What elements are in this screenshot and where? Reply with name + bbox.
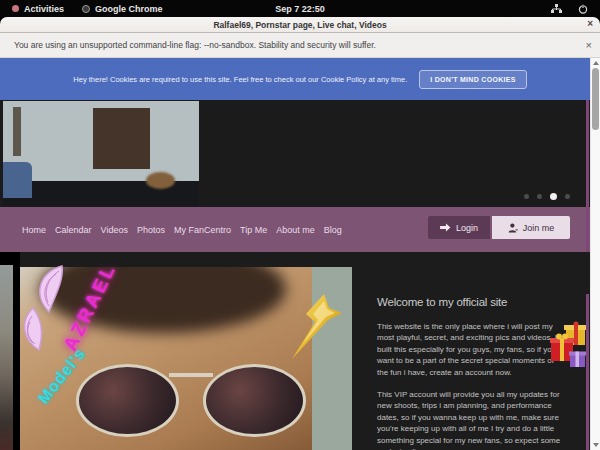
- scroll-up-icon[interactable]: [593, 61, 599, 65]
- carousel-dot-3[interactable]: [550, 193, 557, 200]
- content-right-border: [586, 294, 589, 450]
- sunglasses-lens-shape: [203, 364, 306, 437]
- login-button[interactable]: Login: [428, 216, 490, 239]
- desktop: Activities Google Chrome Sep 7 22:50: [0, 0, 600, 450]
- nav-item-blog[interactable]: Blog: [324, 225, 342, 235]
- activities-label: Activities: [24, 4, 64, 14]
- carousel-dots: [524, 193, 570, 200]
- hero-carousel: [0, 100, 600, 207]
- photo-shape: [93, 108, 150, 169]
- nav-item-about-me[interactable]: About me: [276, 225, 315, 235]
- network-icon[interactable]: [551, 4, 562, 14]
- carousel-dot-2[interactable]: [537, 194, 542, 199]
- infobar-close-icon[interactable]: ×: [586, 39, 592, 51]
- webpage: Hey there! Cookies are required to use t…: [0, 58, 600, 450]
- infobar-message: You are using an unsupported command-lin…: [14, 40, 376, 50]
- nav-item-calendar[interactable]: Calendar: [55, 225, 92, 235]
- chrome-infobar: You are using an unsupported command-lin…: [0, 33, 600, 58]
- app-menu-label: Google Chrome: [95, 4, 163, 14]
- gifts-icon: [549, 318, 588, 372]
- activities-indicator-icon: [12, 5, 19, 12]
- window-close-icon[interactable]: ×: [587, 18, 593, 29]
- nav-item-videos[interactable]: Videos: [101, 225, 128, 235]
- site-navbar: HomeCalendarVideosPhotosMy FanCentroTip …: [0, 207, 600, 252]
- join-button[interactable]: Join me: [492, 216, 570, 239]
- join-label: Join me: [523, 223, 555, 233]
- nav-item-tip-me[interactable]: Tip Me: [240, 225, 267, 235]
- nav-links: HomeCalendarVideosPhotosMy FanCentroTip …: [22, 207, 351, 252]
- window-title: Ralfael69, Pornstar page, Live chat, Vid…: [213, 20, 386, 30]
- welcome-paragraph-2: This VIP account will provide you all my…: [377, 389, 562, 450]
- photo-shape: [13, 107, 21, 155]
- background-photo-edge: [0, 265, 13, 450]
- cookie-accept-button[interactable]: I DON'T MIND COOKIES: [419, 70, 526, 89]
- welcome-heading: Welcome to my official site: [377, 296, 562, 308]
- carousel-dot-1[interactable]: [524, 194, 529, 199]
- activities-button[interactable]: Activities: [12, 4, 64, 14]
- welcome-paragraph-1: This website is the only place where i w…: [377, 321, 562, 378]
- nav-item-my-fancentro[interactable]: My FanCentro: [174, 225, 231, 235]
- carousel-dot-4[interactable]: [565, 194, 570, 199]
- cookie-message: Hey there! Cookies are required to use t…: [73, 75, 407, 84]
- banner-photo: [3, 101, 199, 206]
- nav-item-photos[interactable]: Photos: [137, 225, 165, 235]
- scroll-down-icon[interactable]: [593, 443, 599, 447]
- page-scrollbar[interactable]: [590, 58, 600, 450]
- star-burst-icon: [288, 293, 343, 361]
- app-menu-button[interactable]: Google Chrome: [82, 4, 163, 14]
- content-right-border-upper: [586, 100, 589, 252]
- gnome-top-bar: Activities Google Chrome Sep 7 22:50: [0, 0, 600, 17]
- main-content: AZRAEL Model's Welcome to my official si…: [0, 252, 600, 450]
- join-person-icon: [508, 223, 518, 233]
- chrome-icon: [82, 5, 90, 13]
- nav-item-home[interactable]: Home: [22, 225, 46, 235]
- power-icon[interactable]: [578, 4, 588, 14]
- welcome-section: Welcome to my official site This website…: [377, 296, 562, 450]
- login-arrow-icon: [440, 223, 451, 232]
- sunglasses-bridge-shape: [169, 373, 212, 377]
- window-titlebar: Ralfael69, Pornstar page, Live chat, Vid…: [0, 17, 600, 33]
- cookie-banner: Hey there! Cookies are required to use t…: [0, 58, 600, 100]
- scrollbar-thumb[interactable]: [592, 68, 599, 130]
- photo-shape: [3, 162, 32, 198]
- login-label: Login: [456, 223, 478, 233]
